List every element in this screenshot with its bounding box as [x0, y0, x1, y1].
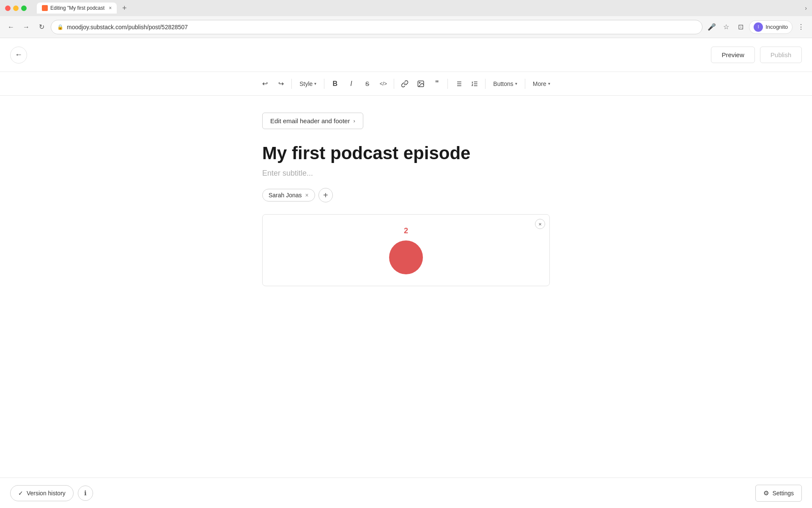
browser-more-icon[interactable]: ⋮: [795, 21, 807, 33]
quote-button[interactable]: ": [430, 77, 444, 91]
checkmark-icon: ✓: [18, 490, 23, 497]
add-author-button[interactable]: +: [318, 188, 333, 202]
browser-forward-button[interactable]: →: [20, 21, 32, 33]
settings-button[interactable]: ⚙ Settings: [755, 485, 802, 502]
style-dropdown-arrow-icon: ▾: [314, 81, 316, 86]
browser-chrome: Editing "My first podcast × + › ← → ↻ 🔒 …: [0, 0, 812, 38]
redo-button[interactable]: ↪: [274, 77, 288, 91]
more-dropdown-arrow-icon: ▾: [548, 81, 550, 86]
podcast-episode-number: 2: [404, 226, 408, 235]
edit-header-footer-button[interactable]: Edit email header and footer ›: [262, 113, 363, 129]
edit-header-footer-label: Edit email header and footer: [270, 117, 350, 124]
post-subtitle-input[interactable]: Enter subtitle...: [262, 169, 550, 178]
editor-content[interactable]: Edit email header and footer › My first …: [0, 96, 812, 508]
browser-toolbar-actions: 🎤 ☆ ⊡ I Incognito ⋮: [706, 20, 807, 34]
version-history-label: Version history: [27, 490, 66, 497]
ordered-list-button[interactable]: [467, 77, 482, 91]
header-actions: Preview Publish: [711, 47, 802, 63]
strikethrough-button[interactable]: S: [360, 77, 374, 91]
subtitle-placeholder: Enter subtitle...: [262, 169, 313, 177]
split-view-icon[interactable]: ⊡: [735, 21, 746, 33]
app-header: ← Preview Publish: [0, 38, 812, 72]
remove-author-button[interactable]: ×: [305, 192, 309, 199]
avatar: I: [754, 22, 763, 32]
author-tag: Sarah Jonas ×: [262, 189, 315, 202]
tab-close-icon[interactable]: ×: [109, 5, 112, 11]
gear-icon: ⚙: [763, 489, 769, 497]
link-button[interactable]: [398, 77, 412, 91]
toolbar-separator-4: [447, 79, 448, 89]
code-button[interactable]: </>: [376, 77, 390, 91]
close-window-button[interactable]: [5, 6, 11, 11]
publish-button[interactable]: Publish: [760, 47, 802, 63]
bullet-list-button[interactable]: [451, 77, 466, 91]
tab-bar: Editing "My first podcast × +: [33, 2, 801, 14]
style-label: Style: [299, 80, 313, 87]
toolbar-separator-3: [394, 79, 394, 89]
browser-refresh-button[interactable]: ↻: [36, 21, 47, 33]
browser-titlebar: Editing "My first podcast × + ›: [0, 0, 812, 16]
toolbar-separator-2: [324, 79, 324, 89]
authors-row: Sarah Jonas × +: [262, 188, 550, 202]
address-text: moodjoy.substack.com/publish/post/528285…: [67, 24, 696, 30]
address-bar[interactable]: 🔒 moodjoy.substack.com/publish/post/5282…: [51, 20, 702, 34]
more-label: More: [533, 80, 546, 87]
microphone-icon[interactable]: 🎤: [706, 21, 718, 33]
star-icon[interactable]: ☆: [720, 21, 732, 33]
podcast-block: × 2: [262, 214, 550, 286]
tab-title: Editing "My first podcast: [50, 5, 104, 11]
new-tab-button[interactable]: +: [118, 2, 130, 14]
svg-point-1: [420, 82, 420, 83]
version-history-button[interactable]: ✓ Version history: [10, 485, 74, 501]
bold-button[interactable]: B: [328, 77, 342, 91]
toolbar-separator-6: [525, 79, 525, 89]
profile-label: Incognito: [765, 24, 788, 30]
bottom-bar: ✓ Version history ℹ ⚙ Settings: [0, 478, 812, 508]
traffic-lights: [5, 6, 27, 11]
back-arrow-icon: ←: [15, 50, 22, 59]
buttons-dropdown[interactable]: Buttons ▾: [489, 78, 521, 90]
minimize-window-button[interactable]: [13, 6, 19, 11]
italic-button[interactable]: I: [344, 77, 358, 91]
back-button[interactable]: ←: [10, 47, 27, 64]
podcast-play-icon[interactable]: [389, 240, 423, 274]
author-name: Sarah Jonas: [269, 192, 302, 199]
toolbar-separator-5: [485, 79, 486, 89]
maximize-window-button[interactable]: [21, 6, 27, 11]
info-button[interactable]: ℹ: [78, 486, 93, 501]
settings-label: Settings: [772, 490, 794, 497]
editor-inner: Edit email header and footer › My first …: [254, 113, 558, 286]
browser-back-button[interactable]: ←: [5, 21, 17, 33]
info-icon: ℹ: [84, 489, 87, 497]
browser-chevron-icon: ›: [805, 5, 807, 11]
buttons-dropdown-arrow-icon: ▾: [515, 81, 517, 86]
toolbar-separator-1: [291, 79, 292, 89]
browser-toolbar: ← → ↻ 🔒 moodjoy.substack.com/publish/pos…: [0, 16, 812, 38]
editor-toolbar: ↩ ↪ Style ▾ B I S </> " Buttons ▾: [0, 72, 812, 96]
podcast-block-close-button[interactable]: ×: [535, 219, 545, 229]
buttons-label: Buttons: [493, 80, 513, 87]
image-button[interactable]: [414, 77, 428, 91]
app-container: ← Preview Publish ↩ ↪ Style ▾ B I S </> …: [0, 38, 812, 508]
edit-header-footer-chevron-icon: ›: [353, 118, 355, 124]
undo-button[interactable]: ↩: [258, 77, 272, 91]
tab-favicon-icon: [42, 5, 48, 11]
active-tab[interactable]: Editing "My first podcast ×: [37, 3, 117, 14]
post-title[interactable]: My first podcast episode: [262, 143, 550, 164]
preview-button[interactable]: Preview: [711, 47, 754, 63]
lock-icon: 🔒: [57, 24, 63, 30]
style-dropdown[interactable]: Style ▾: [295, 78, 321, 90]
more-dropdown[interactable]: More ▾: [529, 78, 554, 90]
profile-button[interactable]: I Incognito: [749, 20, 793, 34]
